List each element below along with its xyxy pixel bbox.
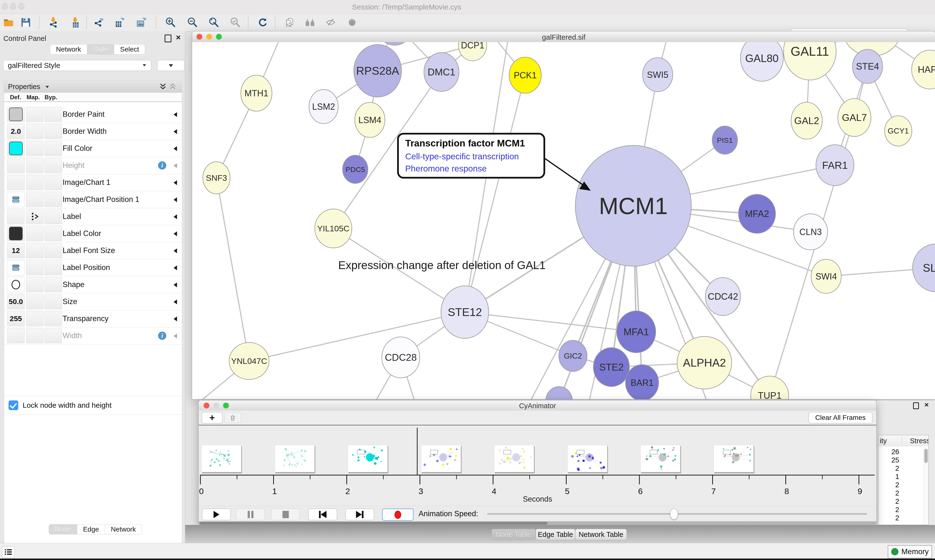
frame-thumbnail-0[interactable] [201, 445, 241, 472]
bypass-cell[interactable] [45, 328, 62, 343]
expand-property-icon[interactable] [174, 231, 177, 236]
table-row[interactable]: 2 [878, 506, 899, 514]
tab-edge[interactable]: Edge [77, 524, 105, 534]
network-node-mth1[interactable]: MTH1 [241, 75, 272, 111]
default-value-cell[interactable] [7, 175, 25, 190]
mapping-cell[interactable] [26, 209, 43, 224]
collapse-all-icon[interactable] [169, 83, 176, 90]
property-row-label-position[interactable]: Label Position [4, 259, 181, 276]
bypass-cell[interactable] [45, 124, 62, 139]
property-row-image-chart-position-1[interactable]: Image/Chart Position 1 [4, 191, 181, 208]
import-table-icon[interactable] [69, 15, 82, 29]
network-node-ste12[interactable]: STE12 [441, 286, 489, 338]
bypass-cell[interactable] [45, 107, 62, 122]
property-row-shape[interactable]: Shape [4, 276, 181, 293]
network-node-hap2[interactable]: HAP2 [912, 50, 935, 89]
network-node-dmc1[interactable]: DMC1 [424, 52, 459, 91]
open-session-icon[interactable] [2, 15, 15, 29]
stop-button[interactable] [271, 508, 300, 520]
tab-network[interactable]: Network [105, 524, 142, 534]
import-network-icon[interactable] [47, 15, 60, 29]
mapping-cell[interactable] [26, 328, 43, 343]
play-button[interactable] [202, 508, 231, 520]
expand-property-icon[interactable] [174, 300, 177, 304]
zoom-out-icon[interactable] [185, 15, 199, 29]
expand-property-icon[interactable] [174, 334, 177, 338]
expand-property-icon[interactable] [174, 112, 177, 117]
info-icon[interactable]: i [158, 332, 166, 340]
annotation-link-pheromone[interactable]: Pheromone response [405, 164, 487, 174]
network-node-cln3[interactable]: CLN3 [793, 214, 828, 250]
expand-property-icon[interactable] [174, 129, 177, 134]
default-value-cell[interactable]: 50.0 [7, 294, 25, 309]
mapping-cell[interactable] [26, 158, 43, 173]
close-panel-icon[interactable]: × [924, 402, 929, 408]
mapping-cell[interactable] [26, 243, 43, 258]
expand-property-icon[interactable] [174, 146, 177, 151]
frame-thumbnail-3[interactable] [421, 445, 461, 472]
network-node-pdc5[interactable]: PDC5 [343, 155, 368, 183]
network-node-alpha2[interactable]: ALPHA2 [677, 337, 732, 389]
table-row[interactable]: 2 [878, 489, 899, 497]
mapping-cell[interactable] [26, 260, 43, 275]
expand-property-icon[interactable] [174, 180, 177, 185]
network-node-pis1[interactable]: PIS1 [712, 126, 738, 154]
mapping-cell[interactable] [26, 107, 43, 122]
timeline-horizontal-scrollbar[interactable] [199, 521, 876, 525]
properties-header[interactable]: Properties [4, 80, 182, 93]
mapping-cell[interactable] [26, 277, 43, 292]
lock-dimensions-checkbox[interactable] [9, 400, 18, 410]
property-row-size[interactable]: 50.0Size [4, 293, 181, 311]
table-row[interactable]: 2 [878, 514, 899, 522]
default-value-cell[interactable] [7, 107, 25, 122]
tab-select[interactable]: Select [114, 44, 145, 54]
clear-all-frames-button[interactable]: Clear All Frames [808, 412, 872, 423]
tab-node-table[interactable]: Node Table [491, 529, 536, 540]
network-node-swi4[interactable]: SWI4 [811, 259, 841, 293]
expand-property-icon[interactable] [174, 317, 177, 322]
mapping-cell[interactable] [26, 192, 43, 207]
network-node-ynl047c[interactable]: YNL047C [229, 343, 269, 380]
info-icon[interactable]: i [158, 161, 166, 169]
memory-button[interactable]: Memory [888, 545, 932, 558]
network-node-gal11[interactable]: GAL11 [784, 42, 836, 80]
default-value-cell[interactable]: 12 [7, 243, 25, 258]
property-row-image-chart-1[interactable]: Image/Chart 1 [4, 174, 181, 191]
show-all-icon[interactable] [345, 15, 359, 29]
export-image-icon[interactable] [134, 15, 148, 29]
table-row[interactable]: 25 [878, 456, 899, 464]
bypass-cell[interactable] [45, 175, 62, 190]
bypass-cell[interactable] [45, 277, 62, 292]
mapping-cell[interactable] [26, 311, 43, 326]
pause-button[interactable] [236, 508, 265, 520]
node-attribute-table[interactable]: ity Stress 26252122222 [878, 435, 929, 525]
network-node-yil105c[interactable]: YIL105C [315, 209, 352, 248]
tab-network-table[interactable]: Network Table [575, 529, 627, 540]
frame-thumbnail-2[interactable] [348, 445, 388, 472]
float-panel-icon[interactable] [913, 402, 919, 409]
style-options-button[interactable] [157, 60, 185, 71]
mapping-cell[interactable] [26, 124, 43, 139]
network-node-bar1[interactable]: BAR1 [625, 365, 659, 399]
frame-thumbnail-5[interactable] [567, 445, 607, 472]
tab-style[interactable]: Style [87, 44, 114, 54]
network-node-gal2[interactable]: GAL2 [791, 102, 822, 139]
network-node-tup1[interactable]: TUP1 [751, 376, 788, 399]
network-node-ste2[interactable]: STE2 [593, 348, 630, 386]
bypass-cell[interactable] [45, 192, 62, 207]
frame-thumbnail-4[interactable] [494, 445, 534, 472]
search-network-icon[interactable] [303, 15, 317, 29]
mapping-cell[interactable] [26, 226, 43, 241]
duplicate-network-icon[interactable] [283, 15, 296, 29]
table-row[interactable]: 26 [878, 448, 899, 456]
network-node-lsm4[interactable]: LSM4 [355, 102, 385, 137]
float-panel-icon[interactable] [165, 35, 171, 42]
network-node-gcy1[interactable]: GCY1 [885, 116, 912, 146]
show-panels-button[interactable] [2, 546, 15, 558]
network-node-gal7[interactable]: GAL7 [838, 98, 871, 137]
annotation-box[interactable]: Transcription factor MCM1 Cell-type-spec… [397, 133, 545, 178]
zoom-fit-icon[interactable] [207, 15, 221, 29]
default-value-cell[interactable] [7, 141, 25, 156]
property-row-fill-color[interactable]: Fill Color [4, 140, 181, 157]
export-table-icon[interactable] [113, 15, 126, 29]
